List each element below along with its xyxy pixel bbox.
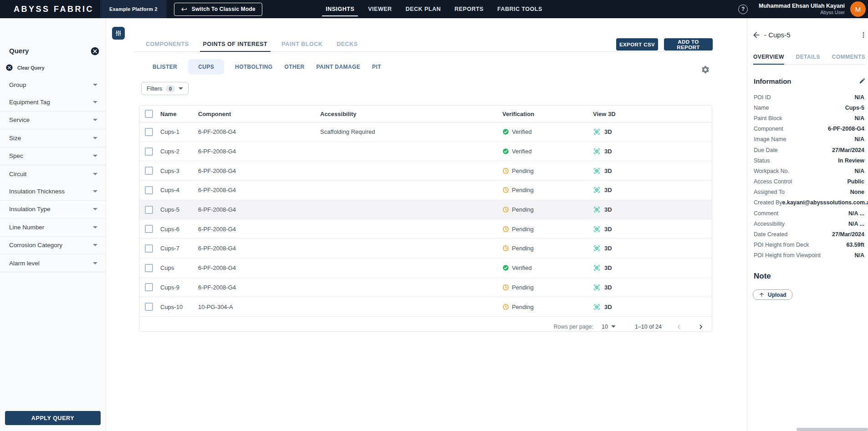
view-3d-button[interactable]: 3D [593,303,712,311]
horizontal-scrollbar[interactable] [797,428,868,431]
row-checkbox[interactable] [145,225,153,233]
table-row-cups-9[interactable]: Cups-96-PF-2008-G4Pending3D [139,278,712,298]
column-header-accessibility[interactable]: Accessibility [320,111,502,117]
row-checkbox[interactable] [145,244,153,253]
sidebar-item-alarm-level[interactable]: Alarm level [0,254,106,272]
back-button[interactable] [752,30,761,40]
select-all-checkbox[interactable] [145,110,153,118]
tab-decks[interactable]: DECKS [335,36,359,51]
sidebar-item-insulation-thickness[interactable]: Insulation Thickness [0,183,106,200]
apply-query-button[interactable]: APPLY QUERY [5,411,101,425]
sidebar-item-size[interactable]: Size [0,129,106,147]
subtab-cups[interactable]: CUPS [188,59,224,75]
row-checkbox[interactable] [145,264,153,272]
nav-item-deck-plan[interactable]: DECK PLAN [406,0,441,18]
nav-item-fabric-tools[interactable]: FABRIC TOOLS [497,0,542,18]
table-row-cups-5[interactable]: Cups-56-PF-2008-G4Pending3D [139,200,712,220]
sidebar-item-label: Equipment Tag [9,99,50,106]
tab-components[interactable]: COMPONENTS [144,36,190,51]
info-field-assigned-to: Assigned ToNone [754,187,864,198]
subtab-hotbolting[interactable]: HOTBOLTING [234,59,273,75]
rows-per-page-select[interactable]: 10 [602,324,616,330]
column-header-name[interactable]: Name [160,111,198,117]
view-3d-button[interactable]: 3D [593,128,712,136]
sidebar-item-line-number[interactable]: Line Number [0,218,106,236]
filters-dropdown[interactable]: Filters 0 [141,82,189,95]
close-query-icon[interactable] [90,46,100,56]
nav-item-viewer[interactable]: VIEWER [368,0,392,18]
platform-selector[interactable]: Example Platform 2 [100,0,167,18]
field-value: N/A [854,136,864,142]
row-checkbox[interactable] [145,147,153,156]
view-3d-label: 3D [604,245,612,252]
add-to-report-button[interactable]: ADD TO REPORT [664,38,713,51]
detail-tab-details[interactable]: DETAILS [796,50,820,64]
table-row-cups-2[interactable]: Cups-26-PF-2008-G4Verified3D [139,142,712,162]
view-3d-button[interactable]: 3D [593,167,712,175]
sidebar-item-spec[interactable]: Spec [0,147,106,165]
export-csv-button[interactable]: EXPORT CSV [616,38,658,51]
info-field-status: StatusIn Review [754,155,864,166]
detail-tab-comments[interactable]: COMMENTS [832,50,865,64]
view-3d-button[interactable]: 3D [593,244,712,252]
table-settings-button[interactable] [701,65,711,75]
view-3d-button[interactable]: 3D [593,206,712,213]
info-field-poi-height-from-deck: POI Height from Deck63.59ft [754,240,864,250]
nav-item-insights[interactable]: INSIGHTS [326,0,354,18]
next-page-button[interactable] [696,322,705,331]
user-info[interactable]: Muhammad Ehsan Ullah Kayani Abyss User [759,3,845,16]
row-checkbox[interactable] [145,206,153,214]
view-3d-button[interactable]: 3D [593,147,712,155]
table-row-cups-1[interactable]: Cups-16-PF-2008-G4Scaffolding RequiredVe… [139,122,712,142]
sidebar-item-equipment-tag[interactable]: Equipment Tag [0,93,106,111]
row-checkbox[interactable] [145,167,153,175]
column-header-component[interactable]: Component [198,111,320,117]
upload-label: Upload [768,292,786,298]
subtab-other[interactable]: OTHER [284,59,306,75]
table-row-cups-7[interactable]: Cups-76-PF-2008-G4Pending3D [139,239,712,259]
previous-page-button[interactable] [674,322,684,331]
sidebar-item-circuit[interactable]: Circuit [0,165,106,183]
view-3d-button[interactable]: 3D [593,225,712,233]
field-value: N/A [854,115,864,122]
sidebar-item-group[interactable]: Group [0,76,106,93]
sidebar-item-service[interactable]: Service [0,111,106,129]
sidebar-item-corrosion-category[interactable]: Corrosion Category [0,236,106,254]
toggle-query-panel-button[interactable] [112,27,125,40]
sidebar-item-insulation-type[interactable]: Insulation Type [0,200,106,218]
row-checkbox[interactable] [145,303,153,311]
tab-paint-block[interactable]: PAINT BLOCK [280,36,324,51]
table-row-cups-10[interactable]: Cups-1010-PG-304-APending3D [139,297,712,317]
table-row-cups-3[interactable]: Cups-36-PF-2008-G4Pending3D [139,161,712,181]
more-options-button[interactable] [859,31,868,39]
view-3d-button[interactable]: 3D [593,284,712,291]
row-checkbox[interactable] [145,283,153,291]
row-checkbox[interactable] [145,128,153,136]
subtab-blister[interactable]: BLISTER [152,59,178,75]
information-section-title: Information [754,77,791,85]
tab-points-of-interest[interactable]: POINTS OF INTEREST [202,36,269,51]
view-3d-button[interactable]: 3D [593,264,712,272]
table-row-cups[interactable]: Cups6-PF-2008-G4Verified3D [139,259,712,278]
column-header-verification[interactable]: Verification [502,111,593,117]
view-3d-button[interactable]: 3D [593,186,712,194]
column-header-view-3d[interactable]: View 3D [593,111,712,117]
nav-item-reports[interactable]: REPORTS [454,0,484,18]
subtab-paint-damage[interactable]: PAINT DAMAGE [316,59,362,75]
cell-component: 10-PG-304-A [198,304,320,310]
table-body: Cups-16-PF-2008-G4Scaffolding RequiredVe… [139,122,712,317]
table-row-cups-6[interactable]: Cups-66-PF-2008-G4Pending3D [139,219,712,239]
clear-query-button[interactable]: Clear Query [5,64,45,71]
cell-verification: Pending [502,284,593,291]
subtab-pit[interactable]: PIT [371,59,382,75]
row-checkbox[interactable] [145,186,153,194]
detail-tab-overview[interactable]: OVERVIEW [753,50,784,65]
cell-name: Cups-2 [160,148,198,155]
help-icon[interactable]: ? [738,5,748,14]
field-value: N/A [854,252,864,259]
avatar[interactable]: M [850,1,866,17]
switch-classic-mode-button[interactable]: Switch To Classic Mode [174,3,262,16]
upload-button[interactable]: Upload [753,289,792,300]
table-row-cups-4[interactable]: Cups-46-PF-2008-G4Pending3D [139,181,712,200]
edit-information-button[interactable] [858,77,866,85]
